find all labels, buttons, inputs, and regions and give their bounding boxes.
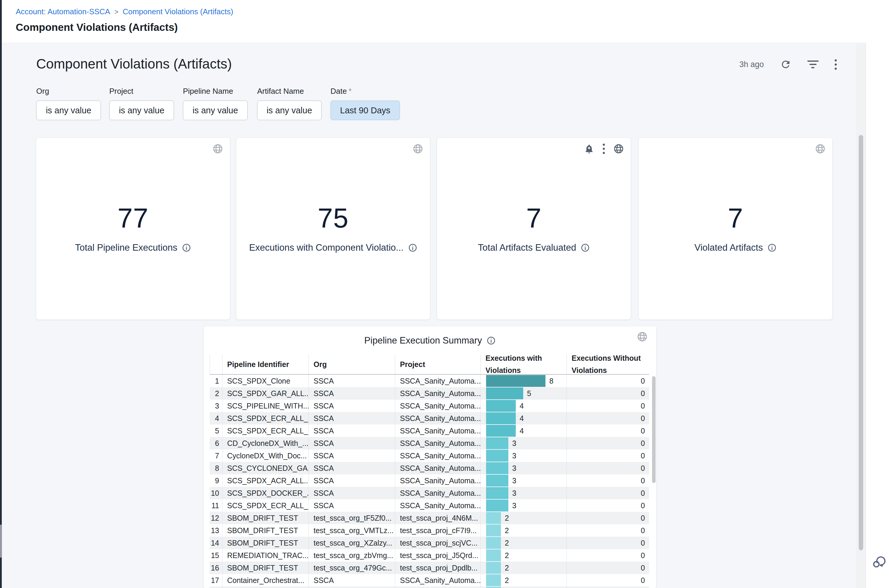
column-header-project[interactable]: Project bbox=[395, 354, 480, 374]
violations-bar[interactable] bbox=[486, 437, 508, 449]
violations-bar[interactable] bbox=[486, 462, 508, 474]
nav-scrollbar-thumb[interactable] bbox=[0, 525, 2, 558]
cell-project: SSCA_Sanity_Automa... bbox=[395, 574, 480, 586]
chat-help-icon[interactable] bbox=[871, 554, 887, 570]
violations-bar[interactable] bbox=[486, 587, 501, 588]
filter-value-button[interactable]: is any value bbox=[36, 100, 101, 120]
card-more-menu-icon[interactable] bbox=[603, 144, 605, 154]
table-row[interactable] bbox=[210, 586, 649, 588]
violations-bar[interactable] bbox=[486, 487, 508, 499]
filter-group-org: Org is any value bbox=[36, 87, 101, 120]
table-scrollbar-thumb[interactable] bbox=[652, 376, 656, 483]
table-row[interactable]: 14 SBOM_DRIFT_TEST test_ssca_org_XZalzy.… bbox=[210, 537, 649, 549]
table-row[interactable]: 1 SCS_SPDX_Clone SSCA SSCA_Sanity_Automa… bbox=[210, 375, 649, 387]
table-row[interactable]: 10 SCS_SPDX_DOCKER_... SSCA SSCA_Sanity_… bbox=[210, 487, 649, 499]
filter-value-button[interactable]: is any value bbox=[257, 100, 322, 120]
cell-pipeline-identifier: SBOM_DRIFT_TEST bbox=[222, 524, 308, 537]
violations-bar[interactable] bbox=[486, 512, 501, 524]
table-row[interactable]: 3 SCS_PIPELINE_WITH... SSCA SSCA_Sanity_… bbox=[210, 400, 649, 412]
table-row[interactable]: 11 SCS_SPDX_ECR_ALL_... SSCA SSCA_Sanity… bbox=[210, 499, 649, 512]
table-row[interactable]: 13 SBOM_DRIFT_TEST test_ssca_org_VMTLz..… bbox=[210, 524, 649, 537]
refresh-icon[interactable] bbox=[780, 59, 791, 70]
info-icon[interactable] bbox=[767, 243, 776, 252]
info-icon[interactable] bbox=[487, 336, 496, 345]
cell-project: test_ssca_proj_Dpdlb... bbox=[395, 562, 480, 574]
globe-icon[interactable] bbox=[212, 143, 223, 154]
table-row[interactable]: 2 SCS_SPDX_GAR_ALL... SSCA SSCA_Sanity_A… bbox=[210, 387, 649, 400]
breadcrumb-page-link[interactable]: Component Violations (Artifacts) bbox=[123, 7, 233, 16]
cell-pipeline-identifier: SBOM_DRIFT_TEST bbox=[222, 512, 308, 524]
globe-icon[interactable] bbox=[613, 143, 624, 154]
cell-project: test_ssca_proj_4N6M... bbox=[395, 512, 480, 524]
cell-project: SSCA_Sanity_Automa... bbox=[395, 412, 480, 424]
violations-bar[interactable] bbox=[486, 525, 501, 536]
page-scrollbar-thumb[interactable] bbox=[859, 135, 863, 550]
violations-bar[interactable] bbox=[486, 537, 501, 549]
cell-row-number: 8 bbox=[210, 462, 222, 474]
page-scrollbar-track[interactable] bbox=[856, 44, 866, 588]
cell-org: SSCA bbox=[308, 437, 395, 450]
violations-bar-value: 5 bbox=[527, 389, 531, 398]
table-row[interactable]: 7 CycloneDX_With_Doc... SSCA SSCA_Sanity… bbox=[210, 450, 649, 462]
cell-executions-with-violations: 4 bbox=[480, 412, 567, 424]
violations-bar[interactable] bbox=[486, 400, 516, 412]
column-header-org[interactable]: Org bbox=[308, 354, 395, 374]
cell-project: SSCA_Sanity_Automa... bbox=[395, 387, 480, 400]
table-row[interactable]: 4 SCS_SPDX_ECR_ALL_... SSCA SSCA_Sanity_… bbox=[210, 412, 649, 424]
dashboard-more-menu-icon[interactable] bbox=[835, 59, 837, 70]
info-icon[interactable] bbox=[408, 243, 417, 252]
dashboard-filters-icon[interactable] bbox=[807, 60, 818, 68]
right-margin bbox=[866, 0, 889, 588]
cell-row-number: 6 bbox=[210, 437, 222, 450]
filter-group-date: Date* Last 90 Days bbox=[331, 87, 400, 120]
cell-org: SSCA bbox=[308, 387, 395, 400]
cell-executions-without-violations: 0 bbox=[567, 549, 649, 562]
cell-org: test_ssca_org_tF5Zf0... bbox=[308, 512, 395, 524]
cell-executions-with-violations: 4 bbox=[480, 424, 567, 437]
column-header-executions-without-violations[interactable]: Executions WithoutViolations bbox=[567, 354, 649, 374]
violations-bar[interactable] bbox=[486, 562, 501, 574]
table-row[interactable]: 6 CD_CycloneDX_With_... SSCA SSCA_Sanity… bbox=[210, 437, 649, 450]
breadcrumb-account-link[interactable]: Account: Automation-SSCA bbox=[16, 7, 110, 16]
violations-bar[interactable] bbox=[486, 387, 523, 399]
violations-bar[interactable] bbox=[486, 475, 508, 486]
cell-project: SSCA_Sanity_Automa... bbox=[395, 375, 480, 387]
filter-value-button[interactable]: is any value bbox=[109, 100, 174, 120]
violations-bar[interactable] bbox=[486, 425, 516, 437]
filter-value-button[interactable]: is any value bbox=[183, 100, 248, 120]
stat-label: Executions with Component Violatio... bbox=[236, 242, 430, 253]
cell-executions-without-violations: 0 bbox=[567, 499, 649, 512]
globe-icon[interactable] bbox=[815, 143, 826, 154]
column-header-executions-with-violations[interactable]: Executions withViolations bbox=[480, 354, 567, 374]
cell-executions-without-violations: 0 bbox=[567, 512, 649, 524]
cell-row-number: 11 bbox=[210, 499, 222, 512]
violations-bar[interactable] bbox=[486, 412, 516, 424]
stat-value: 75 bbox=[236, 202, 430, 234]
table-row[interactable]: 17 Container_Orchestrat... SSCA SSCA_San… bbox=[210, 574, 649, 586]
column-header-pipeline-identifier[interactable]: Pipeline Identifier bbox=[222, 354, 308, 374]
cell-executions-without-violations bbox=[567, 586, 649, 588]
table-row[interactable]: 8 SCS_CYCLONEDX_GA... SSCA SSCA_Sanity_A… bbox=[210, 462, 649, 474]
info-icon[interactable] bbox=[182, 243, 191, 252]
cell-org: test_ssca_org_479Gc... bbox=[308, 562, 395, 574]
table-row[interactable]: 5 SCS_SPDX_ECR_ALL_... SSCA SSCA_Sanity_… bbox=[210, 424, 649, 437]
table-row[interactable]: 9 SCS_SPDX_ACR_ALL... SSCA SSCA_Sanity_A… bbox=[210, 474, 649, 487]
table-row[interactable]: 16 SBOM_DRIFT_TEST test_ssca_org_479Gc..… bbox=[210, 562, 649, 574]
filter-value-button[interactable]: Last 90 Days bbox=[331, 100, 400, 120]
cell-row-number: 4 bbox=[210, 412, 222, 424]
table-row[interactable]: 15 REMEDIATION_TRAC... test_ssca_org_zbV… bbox=[210, 549, 649, 562]
violations-bar[interactable] bbox=[486, 375, 546, 387]
violations-bar[interactable] bbox=[486, 500, 508, 512]
violations-bar-value: 3 bbox=[512, 439, 516, 448]
bell-plus-alert-icon[interactable] bbox=[584, 144, 594, 154]
violations-bar[interactable] bbox=[486, 450, 508, 462]
cell-executions-with-violations: 8 bbox=[480, 375, 567, 387]
violations-bar[interactable] bbox=[486, 549, 501, 561]
filter-group-artifact-name: Artifact Name is any value bbox=[257, 87, 322, 120]
info-icon[interactable] bbox=[581, 243, 590, 252]
cell-org: SSCA bbox=[308, 375, 395, 387]
cell-executions-with-violations: 3 bbox=[480, 462, 567, 474]
violations-bar[interactable] bbox=[486, 574, 501, 586]
table-row[interactable]: 12 SBOM_DRIFT_TEST test_ssca_org_tF5Zf0.… bbox=[210, 512, 649, 524]
globe-icon[interactable] bbox=[412, 143, 423, 154]
